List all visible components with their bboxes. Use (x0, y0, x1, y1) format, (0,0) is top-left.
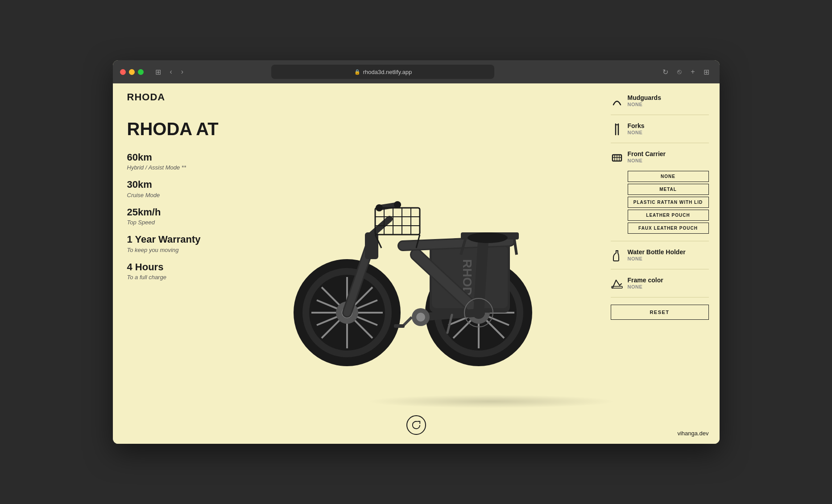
browser-controls: ⊞ ‹ › (153, 66, 186, 78)
forks-info: Forks NONE (628, 122, 709, 135)
frame-svg (611, 277, 623, 290)
new-tab-button[interactable]: + (688, 66, 697, 78)
right-panel: Mudguards NONE Forks (611, 94, 709, 320)
spec-value-speed: 25km/h (127, 207, 239, 218)
browser-actions: ↻ ⎋ + ⊞ (660, 66, 712, 78)
carrier-option-leather[interactable]: LEATHER POUCH (628, 210, 709, 221)
minimize-button[interactable] (129, 69, 135, 75)
carrier-option-metal[interactable]: METAL (628, 184, 709, 195)
forward-button[interactable]: › (178, 66, 186, 78)
spec-label-charge: To a full charge (127, 274, 239, 281)
carrier-value: NONE (628, 158, 709, 163)
carrier-option-plastic[interactable]: PLASTIC RATTAN WITH LID (628, 197, 709, 208)
spec-item-speed: 25km/h Top Speed (127, 207, 239, 226)
spec-label-cruise: Cruise Mode (127, 192, 239, 198)
spec-item-cruise: 30km Cruise Mode (127, 179, 239, 198)
divider-1 (611, 115, 709, 115)
main-layout: RHODA AT 60km Hybrid / Assist Mode ** 30… (113, 83, 720, 444)
mudguards-value: NONE (628, 102, 709, 107)
bottle-svg (611, 249, 623, 262)
spec-value-charge: 4 Hours (127, 261, 239, 273)
config-item-forks: Forks NONE (611, 122, 709, 136)
bottle-icon (611, 249, 623, 262)
reset-button[interactable]: RESET (611, 305, 709, 320)
forks-label: Forks (628, 122, 709, 130)
bike-title: RHODA AT (127, 119, 239, 139)
bike-shadow (366, 395, 616, 408)
bottle-value: NONE (628, 256, 709, 261)
close-button[interactable] (120, 69, 126, 75)
app-content: RHODA RHODA AT 60km Hybrid / Assist Mode… (113, 83, 720, 444)
divider-3 (611, 241, 709, 241)
spec-label-warranty: To keep you moving (127, 247, 239, 253)
mudguards-info: Mudguards NONE (628, 94, 709, 107)
spec-item-charge: 4 Hours To a full charge (127, 261, 239, 281)
bottle-info: Water Bottle Holder NONE (628, 248, 709, 261)
spec-value-warranty: 1 Year Warranty (127, 234, 239, 245)
config-item-bottle: Water Bottle Holder NONE (611, 248, 709, 262)
browser-chrome: ⊞ ‹ › 🔒 rhoda3d.netlify.app ↻ ⎋ + ⊞ (113, 60, 720, 83)
url-text: rhoda3d.netlify.app (363, 69, 412, 75)
seat-tube (479, 241, 483, 313)
forks-svg (611, 123, 623, 136)
carrier-option-none[interactable]: NONE (628, 171, 709, 182)
back-button[interactable]: ‹ (167, 66, 175, 78)
carrier-icon (611, 151, 623, 164)
footer-link[interactable]: vihanga.dev (677, 430, 708, 437)
mudguards-svg (611, 95, 623, 107)
pedal-left-foot (394, 324, 405, 328)
spec-value-range: 60km (127, 152, 239, 163)
app-logo: RHODA (127, 91, 166, 103)
reset-section: RESET (611, 305, 709, 320)
share-button[interactable]: ⎋ (675, 66, 684, 78)
refresh-button[interactable]: ↻ (660, 66, 671, 78)
spec-item-warranty: 1 Year Warranty To keep you moving (127, 234, 239, 253)
mudguards-label: Mudguards (628, 94, 709, 102)
divider-5 (611, 297, 709, 297)
carrier-svg (611, 151, 623, 164)
rotate-control[interactable] (406, 415, 426, 435)
left-panel: RHODA AT 60km Hybrid / Assist Mode ** 30… (127, 119, 239, 289)
seat-pad (470, 236, 505, 240)
divider-4 (611, 269, 709, 269)
bike-illustration-container: RHODA (265, 139, 568, 388)
forks-icon (611, 123, 623, 136)
address-bar[interactable]: 🔒 rhoda3d.netlify.app (271, 65, 494, 79)
handlebar-stem (372, 219, 389, 235)
front-basket (375, 208, 420, 235)
pedal-crank-center (416, 313, 425, 322)
config-item-mudguards: Mudguards NONE (611, 94, 709, 107)
maximize-button[interactable] (138, 69, 144, 75)
rotate-icon (411, 420, 421, 430)
grid-button[interactable]: ⊞ (701, 66, 712, 78)
browser-window: ⊞ ‹ › 🔒 rhoda3d.netlify.app ↻ ⎋ + ⊞ RHOD… (113, 60, 720, 444)
carrier-label: Front Carrier (628, 150, 709, 158)
carrier-options: NONE METAL PLASTIC RATTAN WITH LID LEATH… (628, 171, 709, 234)
carrier-info: Front Carrier NONE (628, 150, 709, 163)
basket-grid (375, 208, 420, 235)
forks-value: NONE (628, 130, 709, 135)
mudguards-icon (611, 95, 623, 107)
app-header: RHODA (113, 83, 180, 111)
config-item-carrier: Front Carrier NONE (611, 150, 709, 164)
bike-svg: RHODA (265, 139, 568, 388)
window-layout-button[interactable]: ⊞ (153, 66, 164, 78)
spec-item-range: 60km Hybrid / Assist Mode ** (127, 152, 239, 171)
bottle-label: Water Bottle Holder (628, 248, 709, 256)
frame-color-label: Frame color (628, 277, 709, 284)
divider-2 (611, 143, 709, 143)
rack-support-right (514, 240, 517, 255)
config-item-frame: Frame color NONE (611, 277, 709, 290)
traffic-lights (120, 69, 144, 75)
frame-icon (611, 277, 623, 290)
frame-color-info: Frame color NONE (628, 277, 709, 289)
frame-color-value: NONE (628, 284, 709, 289)
spec-label-speed: Top Speed (127, 219, 239, 226)
spec-value-cruise: 30km (127, 179, 239, 190)
carrier-option-faux[interactable]: FAUX LEATHER POUCH (628, 223, 709, 234)
lock-icon: 🔒 (354, 69, 360, 75)
spec-label-range: Hybrid / Assist Mode ** (127, 164, 239, 171)
